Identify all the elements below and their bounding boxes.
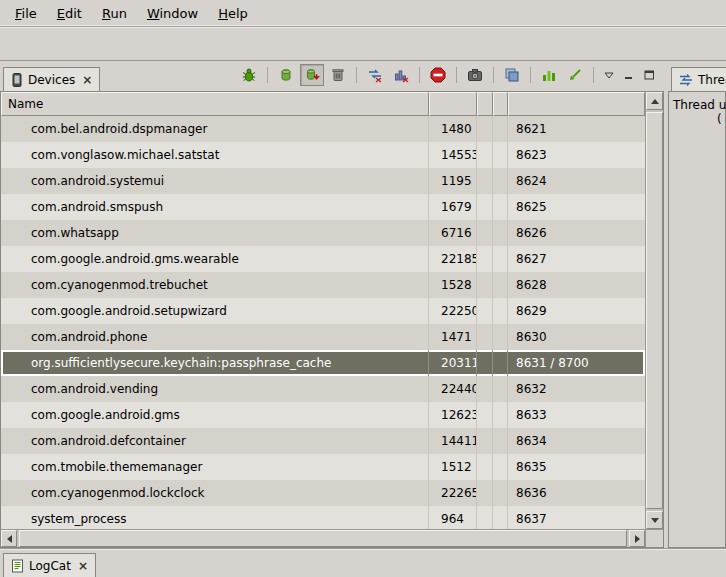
process-pid: 1512 [429, 454, 477, 480]
blank-cell [477, 272, 493, 298]
table-row[interactable]: com.bel.android.dspmanager 1480 8621 [1, 116, 645, 142]
table-row[interactable]: com.whatsapp 6716 8626 [1, 220, 645, 246]
process-list: com.bel.android.dspmanager 1480 8621 com… [1, 116, 645, 529]
blank-cell [477, 350, 493, 376]
menu-help[interactable]: Help [209, 3, 257, 24]
process-name: com.bel.android.dspmanager [1, 116, 429, 142]
process-pid: 12623 [429, 402, 477, 428]
tab-devices[interactable]: Devices × [3, 67, 100, 91]
process-port: 8627 [508, 246, 645, 272]
scroll-left-icon[interactable] [1, 530, 17, 547]
table-row[interactable]: com.android.systemui 1195 8624 [1, 168, 645, 194]
process-name: com.tmobile.thememanager [1, 454, 429, 480]
tab-logcat[interactable]: LogCat × [3, 553, 96, 577]
column-header-blank2[interactable] [493, 92, 508, 116]
process-pid: 1471 [429, 324, 477, 350]
horizontal-scroll-thumb[interactable] [19, 530, 627, 547]
process-port: 8626 [508, 220, 645, 246]
blank-cell [477, 454, 493, 480]
device-icon [11, 73, 23, 87]
screen-capture-icon[interactable] [463, 64, 487, 86]
table-row[interactable]: com.android.defcontainer 14411 8634 [1, 428, 645, 454]
threads-content: Thread up ( [668, 92, 726, 548]
close-icon[interactable]: × [78, 560, 88, 572]
process-name: org.sufficientlysecure.keychain:passphra… [1, 350, 429, 376]
process-pid: 22440 [429, 376, 477, 402]
process-port: 8629 [508, 298, 645, 324]
start-method-profiling-icon[interactable] [389, 64, 413, 86]
logcat-bar: LogCat × [0, 548, 726, 577]
toolbar-separator [530, 67, 531, 83]
scroll-down-icon[interactable] [646, 511, 663, 529]
blank-cell [477, 480, 493, 506]
blank-cell [477, 298, 493, 324]
view-menu-icon[interactable] [600, 67, 618, 83]
table-row[interactable]: com.android.vending 22440 8632 [1, 376, 645, 402]
update-threads-icon[interactable] [363, 64, 387, 86]
devices-panel: Devices × [0, 61, 664, 548]
blank-cell [477, 428, 493, 454]
threads-panel: Threads Thread up ( [668, 61, 726, 548]
table-row[interactable]: com.google.android.setupwizard 22250 862… [1, 298, 645, 324]
process-port: 8637 [508, 506, 645, 529]
vertical-scroll-thumb[interactable] [646, 112, 663, 509]
table-row[interactable]: system_process 964 8637 [1, 506, 645, 529]
debug-process-icon[interactable] [237, 64, 261, 86]
tab-logcat-label: LogCat [29, 559, 71, 573]
table-row[interactable]: org.sufficientlysecure.keychain:passphra… [1, 350, 645, 376]
maximize-icon[interactable] [640, 67, 658, 83]
menu-window[interactable]: Window [138, 3, 207, 24]
blank-cell [493, 376, 508, 402]
blank-cell [493, 220, 508, 246]
process-port: 8621 [508, 116, 645, 142]
process-port: 8623 [508, 142, 645, 168]
tab-threads-label: Threads [698, 73, 726, 87]
column-header-blank1[interactable] [477, 92, 493, 116]
stop-process-icon[interactable] [426, 64, 450, 86]
table-row[interactable]: com.google.android.gms.wearable 22185 86… [1, 246, 645, 272]
process-port: 8632 [508, 376, 645, 402]
process-name: com.android.phone [1, 324, 429, 350]
column-header-name[interactable]: Name [1, 92, 429, 116]
table-row[interactable]: com.cyanogenmod.lockclock 22265 8636 [1, 480, 645, 506]
menu-file[interactable]: File [6, 3, 46, 24]
process-name: com.android.vending [1, 376, 429, 402]
blank-cell [493, 350, 508, 376]
systrace-icon[interactable] [537, 64, 561, 86]
menu-run[interactable]: Run [93, 3, 136, 24]
process-port: 8624 [508, 168, 645, 194]
table-row[interactable]: com.android.smspush 1679 8625 [1, 194, 645, 220]
table-row[interactable]: com.android.phone 1471 8630 [1, 324, 645, 350]
process-pid: 14411 [429, 428, 477, 454]
minimize-icon[interactable] [620, 67, 638, 83]
vertical-scrollbar[interactable] [645, 92, 663, 547]
method-trace-icon[interactable] [563, 64, 587, 86]
dump-hprof-icon[interactable] [300, 64, 324, 86]
process-name: com.whatsapp [1, 220, 429, 246]
view-hierarchy-icon[interactable] [500, 64, 524, 86]
column-header-port[interactable] [508, 92, 645, 116]
scroll-right-icon[interactable] [629, 530, 645, 547]
table-row[interactable]: com.vonglasow.michael.satstat 14553 8623 [1, 142, 645, 168]
cause-gc-icon[interactable] [326, 64, 350, 86]
process-port: 8636 [508, 480, 645, 506]
process-pid: 1528 [429, 272, 477, 298]
process-pid: 22265 [429, 480, 477, 506]
blank-cell [493, 480, 508, 506]
process-table: Name com.bel.android.dspmanager 1480 [0, 92, 664, 548]
horizontal-scrollbar[interactable] [1, 529, 645, 547]
table-row[interactable]: com.tmobile.thememanager 1512 8635 [1, 454, 645, 480]
tab-threads[interactable]: Threads [671, 67, 726, 91]
table-row[interactable]: com.cyanogenmod.trebuchet 1528 8628 [1, 272, 645, 298]
update-heap-icon[interactable] [274, 64, 298, 86]
process-name: com.vonglasow.michael.satstat [1, 142, 429, 168]
toolbar-separator [493, 67, 494, 83]
blank-cell [493, 246, 508, 272]
close-icon[interactable]: × [82, 74, 92, 86]
table-row[interactable]: com.google.android.gms 12623 8633 [1, 402, 645, 428]
process-pid: 1679 [429, 194, 477, 220]
column-header-pid[interactable] [429, 92, 477, 116]
scroll-up-icon[interactable] [646, 92, 663, 110]
devices-tabbar: Devices × [0, 61, 664, 92]
menu-edit[interactable]: Edit [48, 3, 91, 24]
